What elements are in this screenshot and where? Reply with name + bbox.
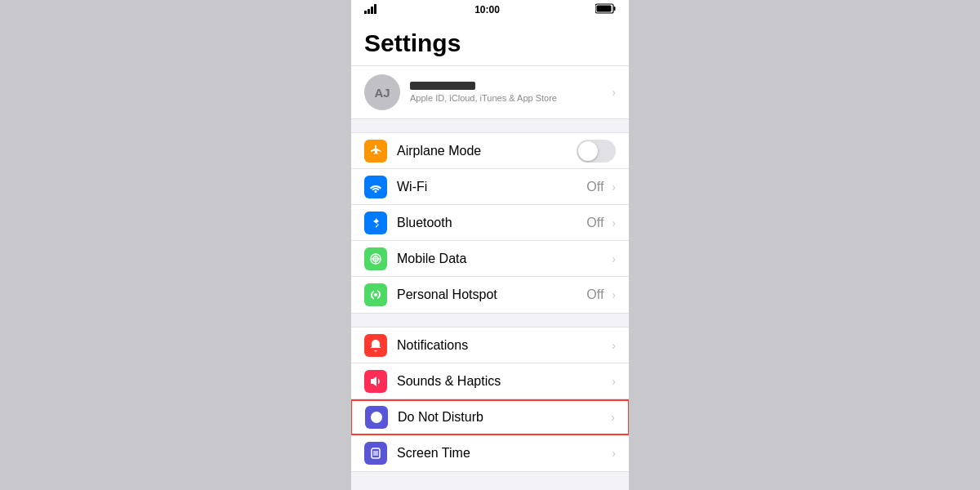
screen-time-icon	[364, 442, 387, 465]
row-sounds-haptics[interactable]: Sounds & Haptics ›	[351, 363, 629, 399]
airplane-mode-icon	[364, 140, 387, 163]
mobile-data-label: Mobile Data	[397, 252, 607, 266]
profile-chevron-icon: ›	[612, 86, 616, 99]
wifi-chevron-icon: ›	[612, 180, 616, 194]
svg-rect-12	[373, 451, 378, 456]
notifications-icon	[364, 334, 387, 357]
profile-name-redacted	[410, 82, 475, 90]
page-title: Settings	[364, 29, 616, 57]
screen-time-label: Screen Time	[397, 446, 607, 461]
bluetooth-chevron-icon: ›	[612, 216, 616, 229]
svg-rect-3	[374, 4, 376, 14]
dnd-chevron-icon: ›	[611, 411, 615, 424]
svg-rect-2	[371, 7, 373, 14]
profile-subtitle: Apple ID, iCloud, iTunes & App Store	[410, 93, 607, 103]
toggle-knob	[578, 141, 598, 161]
status-bar: 10:00	[351, 0, 629, 20]
hotspot-chevron-icon: ›	[612, 288, 616, 301]
svg-rect-5	[613, 7, 615, 11]
bluetooth-icon	[364, 212, 387, 234]
group-separator-1	[351, 119, 629, 126]
notifications-label: Notifications	[397, 338, 607, 353]
airplane-mode-toggle[interactable]	[577, 140, 616, 163]
hotspot-icon	[364, 283, 387, 306]
row-mobile-data[interactable]: Mobile Data ›	[351, 241, 629, 277]
wifi-icon	[364, 176, 387, 198]
avatar: AJ	[364, 74, 400, 110]
wifi-value: Off	[586, 180, 604, 194]
mobile-data-icon	[364, 247, 387, 270]
wifi-label: Wi-Fi	[397, 180, 586, 194]
row-airplane-mode[interactable]: Airplane Mode	[351, 133, 629, 169]
bluetooth-label: Bluetooth	[397, 216, 586, 230]
dnd-icon	[365, 406, 388, 429]
signal-icon	[364, 4, 379, 16]
hotspot-value: Off	[586, 287, 604, 302]
row-screen-time[interactable]: Screen Time ›	[351, 435, 629, 471]
sounds-icon	[364, 370, 387, 393]
bluetooth-value: Off	[586, 216, 604, 230]
settings-group-general: Notifications › Sounds & Haptics › Do No…	[351, 327, 629, 472]
row-bluetooth[interactable]: Bluetooth Off ›	[351, 205, 629, 241]
sounds-haptics-label: Sounds & Haptics	[397, 374, 607, 389]
row-personal-hotspot[interactable]: Personal Hotspot Off ›	[351, 277, 629, 313]
row-do-not-disturb[interactable]: Do Not Disturb ›	[351, 399, 629, 435]
header-section: Settings	[351, 20, 629, 66]
profile-info: Apple ID, iCloud, iTunes & App Store	[410, 82, 607, 103]
dnd-label: Do Not Disturb	[398, 410, 606, 425]
mobile-data-chevron-icon: ›	[612, 252, 616, 265]
settings-group-connectivity: Airplane Mode Wi-Fi Off › Bluetooth	[351, 132, 629, 314]
svg-rect-0	[364, 11, 367, 14]
group-separator-2	[351, 314, 629, 320]
battery-icon	[595, 2, 616, 17]
svg-rect-6	[596, 6, 611, 12]
sounds-chevron-icon: ›	[612, 375, 616, 388]
hotspot-label: Personal Hotspot	[397, 287, 586, 302]
airplane-mode-label: Airplane Mode	[397, 144, 570, 158]
screen-time-chevron-icon: ›	[612, 447, 616, 460]
row-notifications[interactable]: Notifications ›	[351, 327, 629, 363]
status-time: 10:00	[474, 4, 500, 16]
profile-row[interactable]: AJ Apple ID, iCloud, iTunes & App Store …	[351, 66, 629, 119]
svg-rect-1	[368, 9, 370, 14]
phone-frame: 10:00 Settings AJ Apple ID, iCloud, iTun…	[351, 0, 629, 490]
row-wifi[interactable]: Wi-Fi Off ›	[351, 169, 629, 205]
notifications-chevron-icon: ›	[612, 339, 616, 352]
